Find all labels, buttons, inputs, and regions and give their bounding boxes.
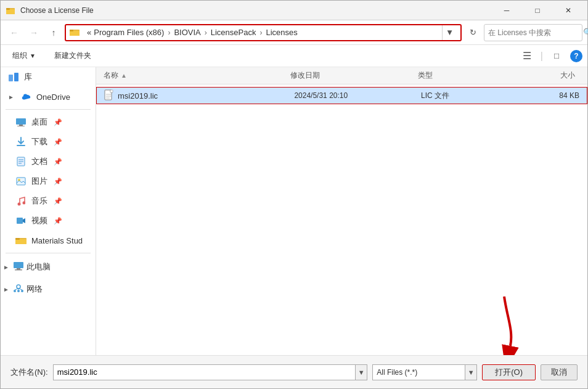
sidebar-item-onedrive[interactable]: ► OneDrive: [1, 87, 96, 107]
svg-rect-9: [19, 125, 23, 126]
file-type-cell: LIC 文件: [421, 91, 516, 101]
refresh-button[interactable]: ↻: [464, 24, 481, 41]
docs-label: 文档: [31, 156, 47, 167]
address-bar[interactable]: « Program Files (x86) › BIOVIA › License…: [65, 24, 462, 41]
onedrive-expand-icon: ►: [8, 94, 15, 100]
filename-label: 文件名(N):: [10, 367, 48, 378]
sidebar-item-docs[interactable]: 文档 📌: [1, 152, 96, 171]
table-row[interactable]: msi2019.lic 2024/5/31 20:10 LIC 文件 84 KB: [96, 87, 587, 104]
svg-rect-17: [17, 178, 25, 185]
sidebar-item-materials[interactable]: Materials Stud: [1, 231, 96, 250]
thispc-icon: [13, 261, 24, 273]
open-button[interactable]: 打开(O): [482, 364, 536, 380]
dialog-icon: [6, 6, 15, 15]
svg-rect-2: [6, 8, 10, 10]
sidebar-item-desktop[interactable]: 桌面 📌: [1, 112, 96, 132]
view-options-button[interactable]: ☰: [518, 48, 536, 64]
svg-point-20: [23, 202, 26, 205]
address-path-3: LicensePack: [211, 28, 256, 37]
col-header-date[interactable]: 修改日期: [285, 67, 413, 84]
file-doc-icon: [104, 89, 114, 102]
filetype-text: All Files (*.*): [372, 364, 465, 380]
cancel-button[interactable]: 取消: [541, 364, 578, 380]
svg-point-30: [17, 290, 20, 292]
desktop-icon: [15, 117, 27, 128]
bottom-bar: 文件名(N): ▼ All Files (*.*) ▼ 打开(O) 取消: [1, 355, 587, 388]
address-path: Program Files (x86): [94, 28, 164, 37]
file-name-cell: msi2019.lic: [104, 89, 294, 102]
svg-line-32: [15, 289, 18, 290]
maximize-button[interactable]: □: [523, 2, 552, 19]
svg-point-28: [17, 285, 20, 289]
sidebar-item-music[interactable]: 音乐 📌: [1, 191, 96, 211]
filetype-dropdown-button[interactable]: ▼: [465, 364, 477, 380]
docs-icon: [15, 156, 27, 167]
svg-rect-26: [17, 268, 20, 269]
filename-dropdown-button[interactable]: ▼: [355, 364, 367, 380]
sidebar-item-thispc[interactable]: ► 此电脑: [1, 256, 96, 278]
svg-rect-36: [110, 90, 113, 92]
back-button: ←: [6, 24, 23, 41]
sidebar-item-library[interactable]: 库: [1, 67, 96, 87]
svg-rect-27: [15, 269, 22, 271]
filename-input[interactable]: [53, 364, 356, 380]
sidebar-item-download[interactable]: 下载 📌: [1, 132, 96, 152]
file-size-cell: 84 KB: [516, 91, 579, 100]
sidebar: 库 ► OneDrive: [1, 67, 96, 355]
download-label: 下载: [31, 136, 47, 147]
address-folder-icon: [70, 28, 80, 38]
svg-point-29: [14, 290, 16, 292]
dialog-title: Choose a License File: [20, 6, 492, 15]
new-folder-button[interactable]: 新建文件夹: [47, 48, 98, 64]
pictures-icon: [15, 176, 27, 187]
pin-icon-music: 📌: [54, 197, 62, 205]
file-list-body: msi2019.lic 2024/5/31 20:10 LIC 文件 84 KB: [96, 84, 587, 355]
address-path-2: BIOVIA: [174, 28, 200, 37]
download-icon: [15, 136, 27, 147]
view-toggle-button[interactable]: □: [548, 48, 565, 64]
address-path-4: Licenses: [266, 28, 297, 37]
address-dropdown-button[interactable]: ▼: [442, 24, 457, 41]
video-label: 视频: [31, 215, 47, 226]
search-input[interactable]: [488, 28, 581, 37]
pin-icon-desktop: 📌: [54, 118, 62, 126]
pin-icon-video: 📌: [54, 217, 62, 225]
organize-button[interactable]: 组织 ▼: [6, 48, 43, 64]
organize-dropdown-icon: ▼: [30, 52, 36, 59]
file-area: 名称 ▲ 修改日期 类型 大小: [96, 67, 587, 355]
help-button[interactable]: ?: [570, 50, 582, 62]
pin-icon-download: 📌: [54, 138, 62, 146]
col-header-size[interactable]: 大小: [511, 67, 580, 84]
filename-input-wrap: ▼: [53, 364, 368, 380]
sidebar-item-video[interactable]: 视频 📌: [1, 211, 96, 231]
up-button[interactable]: ↑: [45, 24, 62, 41]
svg-point-19: [18, 203, 21, 206]
sidebar-divider-1: [6, 109, 91, 110]
library-label: 库: [24, 72, 32, 83]
col-header-name[interactable]: 名称 ▲: [104, 67, 285, 84]
pictures-label: 图片: [31, 176, 47, 187]
materials-folder-icon: [15, 235, 27, 246]
svg-rect-11: [17, 145, 25, 146]
col-header-type[interactable]: 类型: [413, 67, 511, 84]
video-icon: [15, 215, 27, 226]
svg-rect-8: [16, 118, 26, 125]
pin-icon-docs: 📌: [54, 158, 62, 166]
minimize-button[interactable]: ─: [492, 2, 521, 19]
desktop-label: 桌面: [31, 117, 47, 128]
svg-rect-10: [17, 126, 25, 126]
svg-rect-24: [15, 238, 20, 240]
sidebar-item-network[interactable]: ► 网络: [1, 278, 96, 300]
network-expand-icon: ►: [3, 286, 10, 293]
close-button[interactable]: ✕: [554, 2, 582, 19]
toolbar-nav: ← → ↑ « Program Files (x86) › BIOVIA › L…: [1, 20, 587, 45]
address-segment-1[interactable]: «: [87, 28, 91, 37]
sidebar-item-pictures[interactable]: 图片 📌: [1, 171, 96, 191]
title-bar: Choose a License File ─ □ ✕: [1, 1, 587, 20]
search-box[interactable]: 🔍: [484, 24, 582, 41]
materials-label: Materials Stud: [31, 236, 83, 245]
thispc-expand-icon: ►: [3, 264, 10, 271]
svg-rect-21: [17, 218, 23, 224]
svg-rect-4: [70, 31, 80, 36]
sort-arrow-name: ▲: [121, 72, 127, 79]
